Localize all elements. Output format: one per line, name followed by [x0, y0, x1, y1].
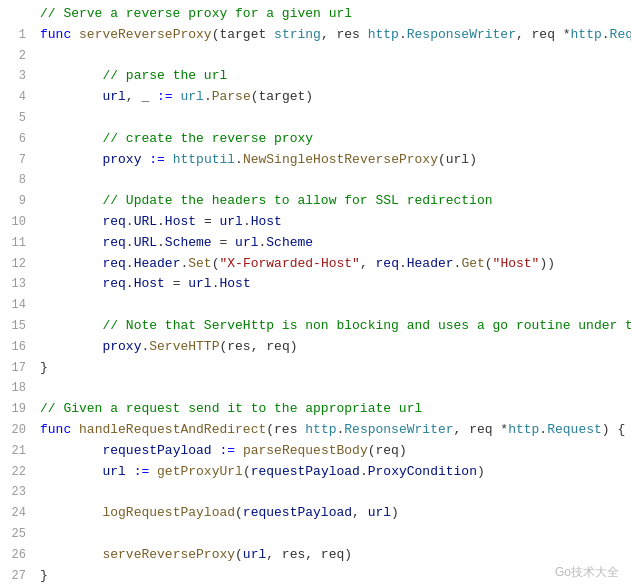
line-content: }	[36, 566, 631, 586]
line-content: // Update the headers to allow for SSL r…	[36, 191, 631, 212]
line-content: // Serve a reverse proxy for a given url	[36, 4, 631, 25]
code-line: 24 logRequestPayload(requestPayload, url…	[0, 503, 631, 524]
line-number: 9	[0, 192, 36, 211]
line-content: ​	[36, 482, 631, 503]
line-number: 20	[0, 421, 36, 440]
code-line: 10 req.URL.Host = url.Host	[0, 212, 631, 233]
line-content: ​	[36, 170, 631, 191]
line-content: proxy.ServeHTTP(res, req)	[36, 337, 631, 358]
code-line: 1func serveReverseProxy(target string, r…	[0, 25, 631, 46]
code-line: 17}	[0, 358, 631, 379]
line-number: 6	[0, 130, 36, 149]
line-number: 5	[0, 109, 36, 128]
code-line: 22 url := getProxyUrl(requestPayload.Pro…	[0, 462, 631, 483]
line-number: 8	[0, 171, 36, 190]
code-line: 11 req.URL.Scheme = url.Scheme	[0, 233, 631, 254]
code-line: 5​	[0, 108, 631, 129]
line-number: 16	[0, 338, 36, 357]
code-line: 16 proxy.ServeHTTP(res, req)	[0, 337, 631, 358]
line-content: ​	[36, 46, 631, 67]
line-content: ​	[36, 108, 631, 129]
code-line: 2​	[0, 46, 631, 67]
line-number: 17	[0, 359, 36, 378]
line-content: func handleRequestAndRedirect(res http.R…	[36, 420, 631, 441]
line-content: url := getProxyUrl(requestPayload.ProxyC…	[36, 462, 631, 483]
code-line: 7 proxy := httputil.NewSingleHostReverse…	[0, 150, 631, 171]
code-line: 18​	[0, 378, 631, 399]
line-content: req.Header.Set("X-Forwarded-Host", req.H…	[36, 254, 631, 275]
line-number: 3	[0, 67, 36, 86]
line-content: ​	[36, 295, 631, 316]
line-number: 24	[0, 504, 36, 523]
line-content: }	[36, 358, 631, 379]
line-content: ​	[36, 378, 631, 399]
line-content: url, _ := url.Parse(target)	[36, 87, 631, 108]
line-number: 27	[0, 567, 36, 586]
code-line: 12 req.Header.Set("X-Forwarded-Host", re…	[0, 254, 631, 275]
watermark: Go技术大全	[555, 563, 619, 582]
line-number: 10	[0, 213, 36, 232]
line-number: 21	[0, 442, 36, 461]
code-line: 14​	[0, 295, 631, 316]
code-line: 9 // Update the headers to allow for SSL…	[0, 191, 631, 212]
code-line: 19// Given a request send it to the appr…	[0, 399, 631, 420]
code-line: 27}	[0, 566, 631, 586]
line-number: 25	[0, 525, 36, 544]
code-line: 8​	[0, 170, 631, 191]
line-content: requestPayload := parseRequestBody(req)	[36, 441, 631, 462]
line-number: 7	[0, 151, 36, 170]
line-number: 26	[0, 546, 36, 565]
line-number: 11	[0, 234, 36, 253]
line-number: 18	[0, 379, 36, 398]
line-content: // Note that ServeHttp is non blocking a…	[36, 316, 631, 337]
line-number: 14	[0, 296, 36, 315]
line-number: 12	[0, 255, 36, 274]
code-line: 26 serveReverseProxy(url, res, req)	[0, 545, 631, 566]
line-content: // Given a request send it to the approp…	[36, 399, 631, 420]
code-line: 20func handleRequestAndRedirect(res http…	[0, 420, 631, 441]
line-number: 1	[0, 26, 36, 45]
code-line: // Serve a reverse proxy for a given url	[0, 4, 631, 25]
code-line: 25​	[0, 524, 631, 545]
code-viewer: // Serve a reverse proxy for a given url…	[0, 0, 631, 586]
line-content: req.URL.Host = url.Host	[36, 212, 631, 233]
line-number: 19	[0, 400, 36, 419]
line-content: // parse the url	[36, 66, 631, 87]
line-content: serveReverseProxy(url, res, req)	[36, 545, 631, 566]
code-line: 6 // create the reverse proxy	[0, 129, 631, 150]
code-line: 23​	[0, 482, 631, 503]
line-content: req.URL.Scheme = url.Scheme	[36, 233, 631, 254]
line-content: ​	[36, 524, 631, 545]
line-content: proxy := httputil.NewSingleHostReversePr…	[36, 150, 631, 171]
line-number: 13	[0, 275, 36, 294]
line-number: 23	[0, 483, 36, 502]
code-line: 13 req.Host = url.Host	[0, 274, 631, 295]
line-content: logRequestPayload(requestPayload, url)	[36, 503, 631, 524]
code-line: 4 url, _ := url.Parse(target)	[0, 87, 631, 108]
code-line: 15 // Note that ServeHttp is non blockin…	[0, 316, 631, 337]
line-number: 4	[0, 88, 36, 107]
code-line: 21 requestPayload := parseRequestBody(re…	[0, 441, 631, 462]
line-content: func serveReverseProxy(target string, re…	[36, 25, 631, 46]
line-number: 2	[0, 47, 36, 66]
line-number: 22	[0, 463, 36, 482]
line-content: req.Host = url.Host	[36, 274, 631, 295]
line-number: 15	[0, 317, 36, 336]
code-line: 3 // parse the url	[0, 66, 631, 87]
line-content: // create the reverse proxy	[36, 129, 631, 150]
